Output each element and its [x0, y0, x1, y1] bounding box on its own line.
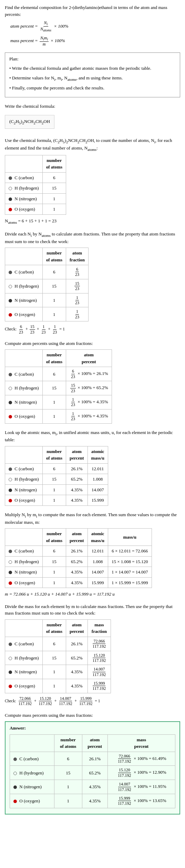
- step5-col1-header: [5, 529, 43, 546]
- step2-check: Check: 623 + 1523 + 123 + 123 = 1: [5, 324, 180, 335]
- hydrogen-dot: [9, 285, 12, 288]
- carbon-dot: [9, 271, 12, 274]
- step1-col2-header: numberof atoms: [42, 155, 66, 172]
- hydrogen-dot: [9, 478, 12, 481]
- nitrogen-label: N (nitrogen): [10, 780, 54, 794]
- nitrogen-label: N (nitrogen): [5, 193, 43, 204]
- oxygen-label: O (oxygen): [5, 204, 43, 215]
- hydrogen-fraction: 1523: [66, 279, 88, 293]
- table-row: N (nitrogen) 1 123 × 100% = 4.35%: [5, 395, 112, 409]
- oxygen-atoms: 1: [42, 679, 66, 693]
- step4-col4-header: atomicmass/u: [88, 446, 108, 463]
- hydrogen-mass: 1.008: [88, 474, 108, 485]
- step6-check: Check: 72.066117.192 + 15.120117.192 + 1…: [5, 696, 180, 706]
- nitrogen-label: N (nitrogen): [5, 567, 43, 578]
- step2-col3-header: atomfraction: [66, 248, 88, 265]
- oxygen-atom-pct: 4.35%: [66, 577, 88, 588]
- table-row: H (hydrogen) 15 65.2% 15.120117.192: [5, 651, 111, 665]
- nitrogen-dot: [9, 401, 12, 404]
- step3-col1-header: [5, 350, 43, 367]
- nitrogen-mass-frac: 14.007117.192: [88, 665, 111, 679]
- carbon-fraction: 623: [66, 265, 88, 279]
- oxygen-dot: [13, 800, 17, 803]
- formula-box: (C2H5)2NCH2CH2OH: [5, 115, 54, 129]
- table-row: C (carbon) 6 26.1% 72.066117.192 × 100% …: [10, 752, 175, 766]
- step7-col4-header: masspercent: [107, 734, 175, 752]
- nitrogen-atoms: 1: [42, 293, 66, 307]
- step7-col1-header: [10, 734, 54, 752]
- table-row: N (nitrogen) 1 123: [5, 293, 89, 307]
- carbon-label: C (carbon): [5, 265, 43, 279]
- oxygen-label: O (oxygen): [10, 794, 54, 808]
- plan-step-2: • Determine values for Ni, mi, Natoms, a…: [9, 75, 176, 82]
- hydrogen-label: H (hydrogen): [5, 651, 43, 665]
- hydrogen-mass-pct: 15.120117.192 × 100% = 12.90%: [107, 766, 175, 780]
- oxygen-dot: [9, 581, 12, 585]
- step4-col1-header: [5, 446, 43, 463]
- oxygen-label: O (oxygen): [5, 307, 43, 321]
- oxygen-mass-pct: 15.999117.192 × 100% = 13.65%: [107, 794, 175, 808]
- step6-col3-header: atompercent: [66, 619, 88, 637]
- step7-col3-header: atompercent: [82, 734, 107, 752]
- carbon-atom-pct: 623 × 100% = 26.1%: [66, 367, 112, 381]
- carbon-atoms: 6: [42, 637, 66, 651]
- nitrogen-dot: [13, 785, 17, 789]
- step3-section: Compute atom percents using the atom fra…: [5, 340, 180, 424]
- step3-header: Compute atom percents using the atom fra…: [5, 340, 180, 347]
- oxygen-dot: [9, 499, 12, 502]
- table-row: H (hydrogen) 15: [5, 183, 66, 194]
- carbon-atoms: 6: [42, 546, 66, 557]
- hydrogen-mass: 1.008: [88, 556, 108, 567]
- nitrogen-atoms: 1: [54, 780, 82, 794]
- step6-section: Divide the mass for each element by m to…: [5, 603, 180, 706]
- nitrogen-dot: [9, 197, 12, 201]
- step7-table: numberof atoms atompercent masspercent C…: [10, 734, 175, 808]
- step6-header: Divide the mass for each element by m to…: [5, 603, 180, 617]
- step6-col4-header: massfraction: [88, 619, 111, 637]
- step5-table: numberof atoms atompercent atomicmass/u …: [5, 528, 152, 588]
- oxygen-dot: [9, 685, 12, 688]
- oxygen-atom-pct: 4.35%: [66, 495, 88, 506]
- nitrogen-dot: [9, 671, 12, 674]
- carbon-atoms: 6: [54, 752, 82, 766]
- hydrogen-atoms: 15: [42, 183, 66, 194]
- nitrogen-mass: 14.007: [88, 567, 108, 578]
- nitrogen-fraction: 123: [66, 293, 88, 307]
- answer-label: Answer:: [10, 725, 175, 732]
- hydrogen-dot: [9, 387, 12, 390]
- hydrogen-atoms: 15: [42, 474, 66, 485]
- hydrogen-dot: [9, 560, 12, 564]
- nitrogen-atoms: 1: [42, 484, 66, 495]
- hydrogen-atoms: 15: [42, 279, 66, 293]
- table-row: N (nitrogen) 1 4.35% 14.007: [5, 484, 108, 495]
- nitrogen-atom-pct: 4.35%: [66, 484, 88, 495]
- step1-total: Natoms = 6 + 15 + 1 + 1 = 23: [5, 218, 180, 225]
- hydrogen-atom-pct: 65.2%: [66, 651, 88, 665]
- step2-col1-header: [5, 248, 43, 265]
- atom-percent-formula: atom percent = NiNatoms × 100%: [10, 20, 180, 33]
- nitrogen-mass-pct: 14.007117.192 × 100% = 11.95%: [107, 780, 175, 794]
- hydrogen-atom-pct: 65.2%: [82, 766, 107, 780]
- hydrogen-atom-pct: 65.2%: [66, 556, 88, 567]
- oxygen-atom-pct: 123 × 100% = 4.35%: [66, 409, 112, 423]
- oxygen-atoms: 1: [54, 794, 82, 808]
- nitrogen-atoms: 1: [42, 193, 66, 204]
- oxygen-dot: [9, 208, 12, 211]
- hydrogen-label: H (hydrogen): [5, 474, 43, 485]
- carbon-dot: [13, 758, 17, 761]
- oxygen-atoms: 1: [42, 495, 66, 506]
- table-row: H (hydrogen) 15 65.2% 1.008: [5, 474, 108, 485]
- step4-table: numberof atoms atompercent atomicmass/u …: [5, 446, 108, 506]
- oxygen-mass: 15.999: [88, 495, 108, 506]
- oxygen-dot: [9, 313, 12, 317]
- intro-text: Find the elemental composition for 2-(di…: [5, 4, 180, 18]
- carbon-label: C (carbon): [5, 463, 43, 474]
- carbon-atoms: 6: [42, 367, 66, 381]
- table-row: O (oxygen) 1 4.35% 15.999: [5, 495, 108, 506]
- oxygen-label: O (oxygen): [5, 409, 43, 423]
- nitrogen-atoms: 1: [42, 567, 66, 578]
- hydrogen-atom-pct: 1523 × 100% = 65.2%: [66, 381, 112, 395]
- hydrogen-atoms: 15: [42, 381, 66, 395]
- oxygen-atoms: 1: [42, 204, 66, 215]
- carbon-dot: [9, 373, 12, 376]
